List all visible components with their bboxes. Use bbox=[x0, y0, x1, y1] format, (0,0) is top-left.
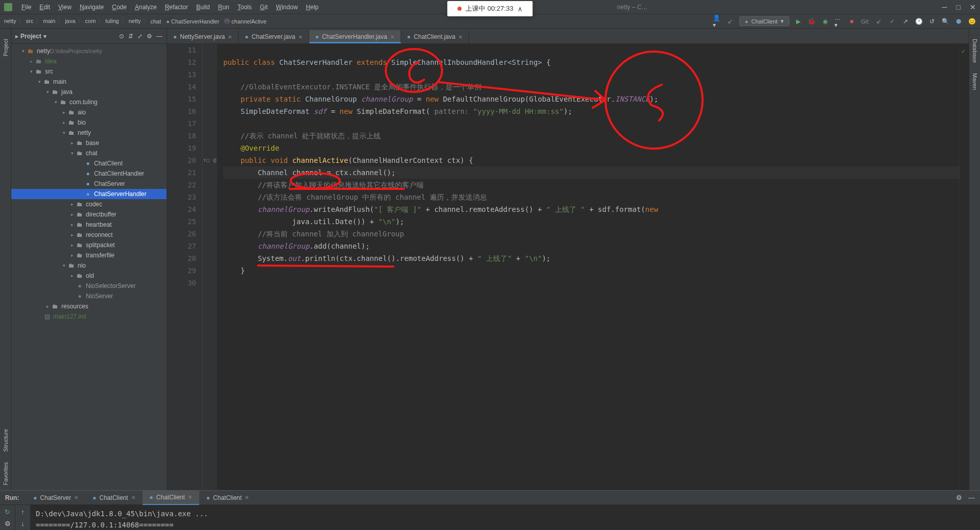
search-icon[interactable]: 🔍 bbox=[941, 17, 949, 26]
tree-item-com.tuling[interactable]: ▾🖿com.tuling bbox=[11, 97, 167, 107]
line-number-gutter[interactable]: 1112131415161718192021222324252627282930 bbox=[167, 44, 203, 490]
project-title[interactable]: Project bbox=[20, 33, 41, 40]
breadcrumb-class[interactable]: ChatServerHandler bbox=[171, 18, 219, 25]
rerun-icon[interactable]: ↻ bbox=[5, 508, 10, 516]
back-icon[interactable]: ↙ bbox=[726, 17, 734, 26]
gutter-marks[interactable]: ↑○ @ bbox=[203, 44, 217, 490]
run-tab-ChatServer[interactable]: ●ChatServer✕ bbox=[26, 491, 85, 505]
project-tree[interactable]: ▾🖿netty D:\IdeaProjects\netty▸🖿idea▾🖿src… bbox=[11, 44, 167, 490]
tree-item-main[interactable]: ▾🖿main bbox=[11, 77, 167, 87]
user-icon[interactable]: 👤▾ bbox=[713, 17, 721, 26]
project-tool-tab[interactable]: Project bbox=[3, 39, 9, 56]
run-tab-ChatClient[interactable]: ●ChatClient✕ bbox=[85, 491, 142, 505]
run-tab-ChatClient[interactable]: ●ChatClient✕ bbox=[143, 491, 199, 505]
run-icon[interactable]: ▶ bbox=[795, 17, 803, 26]
tree-item-bio[interactable]: ▸🖿bio bbox=[11, 117, 167, 128]
close-icon[interactable]: ✕ bbox=[228, 34, 232, 40]
tree-item-aio[interactable]: ▸🖿aio bbox=[11, 107, 167, 117]
tree-item-transferfile[interactable]: ▸🖿transferfile bbox=[11, 250, 167, 260]
tab-ChatClient.java[interactable]: ●ChatClient.java✕ bbox=[401, 30, 470, 43]
run-tab-ChatClient[interactable]: ●ChatClient✕ bbox=[199, 491, 256, 505]
minimize-button[interactable]: ─ bbox=[942, 3, 947, 11]
tree-item-codec[interactable]: ▸🖿codec bbox=[11, 199, 167, 209]
tab-NettyServer.java[interactable]: ●NettyServer.java✕ bbox=[167, 30, 239, 43]
git-history-icon[interactable]: 🕐 bbox=[915, 17, 923, 26]
menu-run[interactable]: Run bbox=[214, 4, 234, 11]
menu-edit[interactable]: Edit bbox=[35, 4, 54, 11]
stop-icon[interactable]: ■ bbox=[848, 17, 856, 26]
structure-tool-tab[interactable]: Structure bbox=[3, 429, 9, 452]
tree-item-splitpacket[interactable]: ▸🖿splitpacket bbox=[11, 240, 167, 250]
tree-item-ChatClientHandler[interactable]: ●ChatClientHandler bbox=[11, 168, 167, 179]
tree-item-directbuffer[interactable]: ▸🖿directbuffer bbox=[11, 209, 167, 220]
code-editor[interactable]: 1112131415161718192021222324252627282930… bbox=[167, 44, 969, 490]
select-opened-file-icon[interactable]: ⊙ bbox=[119, 33, 124, 40]
maven-tool-tab[interactable]: Maven bbox=[972, 73, 978, 90]
hide-icon[interactable]: — bbox=[156, 33, 162, 40]
down-trace-icon[interactable]: ↓ bbox=[21, 520, 25, 527]
crumb-tuling[interactable]: tuling bbox=[105, 17, 126, 25]
menu-tools[interactable]: Tools bbox=[234, 4, 256, 11]
menu-analyze[interactable]: Analyze bbox=[131, 4, 161, 11]
run-settings2-icon[interactable]: ⚙ bbox=[5, 520, 11, 527]
menu-file[interactable]: File bbox=[17, 4, 35, 11]
breadcrumb[interactable]: nettysrcmainjavacomtulingnettychat bbox=[4, 17, 163, 25]
git-commit-icon[interactable]: ✓ bbox=[888, 17, 896, 26]
crumb-java[interactable]: java bbox=[65, 17, 83, 25]
run-config-selector[interactable]: ●ChatClient▾ bbox=[739, 16, 789, 26]
up-trace-icon[interactable]: ↑ bbox=[21, 508, 25, 516]
tab-ChatServerHandler.java[interactable]: ●ChatServerHandler.java✕ bbox=[309, 30, 401, 43]
close-icon[interactable]: ✕ bbox=[458, 34, 462, 40]
git-push-icon[interactable]: ↗ bbox=[901, 17, 909, 26]
tree-item-NioSelectorServer[interactable]: ●NioSelectorServer bbox=[11, 281, 167, 291]
coverage-icon[interactable]: ◉ bbox=[821, 17, 829, 26]
tree-item-chat[interactable]: ▾🖿chat bbox=[11, 148, 167, 158]
run-hide-icon[interactable]: — bbox=[968, 494, 975, 501]
tree-item-resources[interactable]: ▸🖿resources bbox=[11, 301, 167, 311]
emoji-icon[interactable]: 😐 bbox=[968, 17, 976, 26]
maximize-button[interactable]: □ bbox=[956, 3, 961, 11]
debug-icon[interactable]: 🐞 bbox=[808, 17, 816, 26]
tree-item-NioServer[interactable]: ●NioServer bbox=[11, 291, 167, 301]
collapse-all-icon[interactable]: ⤢ bbox=[137, 33, 143, 40]
tree-item-main127.iml[interactable]: ▤main127.iml bbox=[11, 311, 167, 322]
close-icon[interactable]: ✕ bbox=[390, 34, 394, 40]
settings-popup-icon[interactable]: ⬢ bbox=[954, 17, 963, 26]
crumb-netty[interactable]: netty bbox=[4, 17, 24, 25]
class-timer-widget[interactable]: 上课中 00:27:33 ∧ bbox=[447, 1, 532, 16]
tree-item-reconnect[interactable]: ▸🖿reconnect bbox=[11, 230, 167, 240]
tree-item-netty[interactable]: ▾🖿netty bbox=[11, 128, 167, 138]
tree-item-src[interactable]: ▾🖿src bbox=[11, 66, 167, 77]
crumb-com[interactable]: com bbox=[85, 17, 104, 25]
git-rollback-icon[interactable]: ↺ bbox=[928, 17, 936, 26]
menu-git[interactable]: Git bbox=[256, 4, 272, 11]
favorites-tool-tab[interactable]: Favorites bbox=[3, 462, 9, 485]
tree-item-java[interactable]: ▾🖿java bbox=[11, 87, 167, 97]
tree-item-ChatServer[interactable]: ●ChatServer bbox=[11, 179, 167, 189]
tree-item-old[interactable]: ▸🖿old bbox=[11, 271, 167, 281]
profiler-icon[interactable]: …▾ bbox=[834, 17, 843, 26]
run-settings-icon[interactable]: ⚙ bbox=[956, 494, 962, 501]
tree-item-ChatClient[interactable]: ●ChatClient bbox=[11, 158, 167, 168]
tree-item-base[interactable]: ▸🖿base bbox=[11, 138, 167, 148]
settings-icon[interactable]: ⚙ bbox=[147, 33, 152, 40]
tree-item-nio[interactable]: ▾🖿nio bbox=[11, 260, 167, 271]
menu-navigate[interactable]: Navigate bbox=[76, 4, 108, 11]
editor-error-stripe[interactable]: ✓ bbox=[960, 44, 969, 490]
crumb-src[interactable]: src bbox=[26, 17, 41, 25]
tab-ChatServer.java[interactable]: ●ChatServer.java✕ bbox=[239, 30, 309, 43]
console-output[interactable]: D:\dev\Java\jdk1.8.0_45\bin\java.exe ...… bbox=[31, 505, 980, 530]
crumb-main[interactable]: main bbox=[43, 17, 63, 25]
close-icon[interactable]: ✕ bbox=[298, 34, 302, 40]
menu-refactor[interactable]: Refactor bbox=[161, 4, 192, 11]
menu-window[interactable]: Window bbox=[272, 4, 302, 11]
expand-all-icon[interactable]: ⇵ bbox=[128, 33, 133, 40]
breadcrumb-method[interactable]: channelActive bbox=[231, 18, 267, 25]
tree-item-idea[interactable]: ▸🖿idea bbox=[11, 56, 167, 66]
menu-view[interactable]: View bbox=[54, 4, 76, 11]
menu-help[interactable]: Help bbox=[302, 4, 323, 11]
tree-item-netty[interactable]: ▾🖿netty D:\IdeaProjects\netty bbox=[11, 46, 167, 56]
tree-item-ChatServerHandler[interactable]: ●ChatServerHandler bbox=[11, 189, 167, 199]
crumb-netty[interactable]: netty bbox=[129, 17, 149, 25]
database-tool-tab[interactable]: Database bbox=[972, 39, 978, 63]
